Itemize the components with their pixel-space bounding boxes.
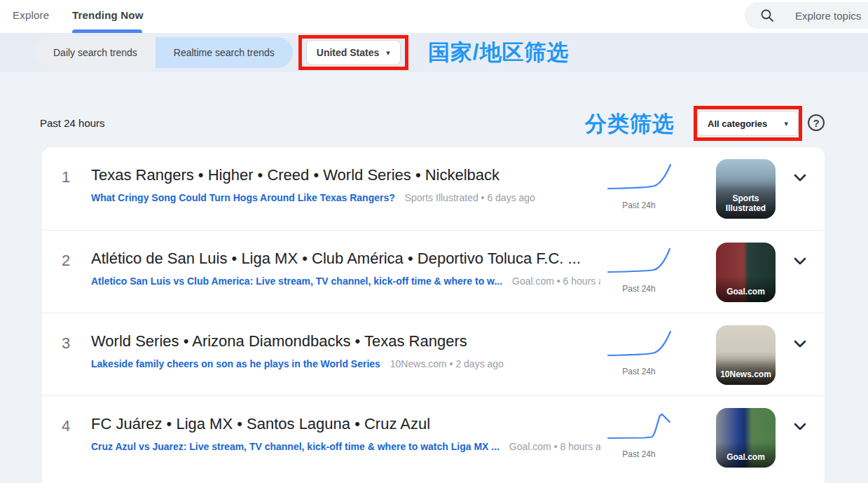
chevron-down-icon xyxy=(794,423,806,431)
search-input[interactable]: Explore topics xyxy=(745,2,868,29)
article-link[interactable]: Cruz Azul vs Juarez: Live stream, TV cha… xyxy=(91,441,500,452)
news-thumbnail[interactable]: Sports Illustrated xyxy=(716,159,776,219)
sparkline-chart xyxy=(606,410,673,444)
rank-number: 3 xyxy=(62,334,91,353)
sparkline-block: Past 24h xyxy=(600,245,677,294)
thumbnail-caption: Sports Illustrated xyxy=(716,183,776,219)
category-dropdown-value: All categories xyxy=(708,118,767,129)
rank-number: 2 xyxy=(62,252,91,270)
realtime-search-trends-toggle[interactable]: Realtime search trends xyxy=(156,37,293,68)
country-filter-annotation: 国家/地区筛选 xyxy=(428,38,570,67)
help-icon[interactable]: ? xyxy=(808,114,825,131)
trending-row-1[interactable]: 1 Texas Rangers • Higher • Creed • World… xyxy=(42,147,825,230)
news-thumbnail[interactable]: 10News.com xyxy=(716,325,776,385)
article-source: 10News.com • 2 days ago xyxy=(390,358,504,369)
sparkline-chart xyxy=(606,161,673,195)
article-link[interactable]: What Cringy Song Could Turn Hogs Around … xyxy=(91,192,395,203)
main-content: Past 24 hours 分类筛选 All categories ▾ ? 1 … xyxy=(0,72,868,483)
article-link[interactable]: Lakeside family cheers on son as he play… xyxy=(91,358,380,369)
row-subline: Lakeside family cheers on son as he play… xyxy=(91,358,600,369)
article-link[interactable]: Atletico San Luis vs Club America: Live … xyxy=(91,275,502,287)
rank-number: 4 xyxy=(62,417,91,435)
sparkline-chart xyxy=(606,327,673,361)
rank-number: 1 xyxy=(62,168,91,186)
news-thumbnail[interactable]: Goal.com xyxy=(716,408,776,468)
search-placeholder: Explore topics xyxy=(795,10,861,22)
expand-row-button[interactable] xyxy=(776,174,825,182)
expand-row-button[interactable] xyxy=(776,423,825,431)
row-text: Texas Rangers • Higher • Creed • World S… xyxy=(91,166,600,203)
daily-search-trends-toggle[interactable]: Daily search trends xyxy=(35,37,156,68)
category-filter-annotation-box: All categories ▾ xyxy=(694,106,802,141)
top-header: Explore Trending Now Explore topics xyxy=(0,0,868,33)
trending-row-4[interactable]: 4 FC Juárez • Liga MX • Santos Laguna • … xyxy=(42,395,825,478)
country-dropdown[interactable]: United States ▾ xyxy=(306,40,401,65)
search-icon xyxy=(760,8,774,22)
country-filter-annotation-box: United States ▾ xyxy=(298,35,408,70)
chevron-down-icon xyxy=(794,174,806,182)
sparkline-label: Past 24h xyxy=(600,367,677,376)
trend-type-toggle: Daily search trends Realtime search tren… xyxy=(35,37,293,68)
trending-row-2[interactable]: 2 Atlético de San Luis • Liga MX • Club … xyxy=(42,230,825,313)
row-text: Atlético de San Luis • Liga MX • Club Am… xyxy=(91,250,600,287)
sparkline-label: Past 24h xyxy=(600,200,677,210)
sparkline-block: Past 24h xyxy=(600,161,677,210)
expand-row-button[interactable] xyxy=(776,340,825,348)
sparkline-block: Past 24h xyxy=(600,410,677,459)
sparkline-label: Past 24h xyxy=(600,449,677,459)
caret-down-icon: ▾ xyxy=(784,119,788,128)
tab-trending-now[interactable]: Trending Now xyxy=(72,9,144,21)
caret-down-icon: ▾ xyxy=(386,48,390,57)
expand-row-button[interactable] xyxy=(776,257,825,266)
category-filter-annotation: 分类筛选 xyxy=(585,109,675,139)
time-range-label: Past 24 hours xyxy=(40,117,105,129)
row-text: World Series • Arizona Diamondbacks • Te… xyxy=(91,332,600,369)
article-source: Goal.com • 6 hours ago xyxy=(512,275,600,287)
trends-subnav: Daily search trends Realtime search tren… xyxy=(0,33,868,72)
sparkline-label: Past 24h xyxy=(600,284,677,294)
thumbnail-caption: Goal.com xyxy=(716,276,776,302)
row-subline: What Cringy Song Could Turn Hogs Around … xyxy=(91,192,600,203)
trend-title[interactable]: World Series • Arizona Diamondbacks • Te… xyxy=(91,332,600,351)
thumbnail-caption: Goal.com xyxy=(716,442,776,468)
article-source: Goal.com • 8 hours ago xyxy=(509,441,600,452)
row-subline: Cruz Azul vs Juarez: Live stream, TV cha… xyxy=(91,441,600,452)
trend-title[interactable]: Texas Rangers • Higher • Creed • World S… xyxy=(91,166,600,184)
category-dropdown[interactable]: All categories ▾ xyxy=(697,111,799,136)
chevron-down-icon xyxy=(794,257,806,266)
trending-list-card: 1 Texas Rangers • Higher • Creed • World… xyxy=(42,147,825,483)
sparkline-chart xyxy=(606,245,673,278)
trending-row-3[interactable]: 3 World Series • Arizona Diamondbacks • … xyxy=(42,313,825,395)
trend-title[interactable]: FC Juárez • Liga MX • Santos Laguna • Cr… xyxy=(91,415,600,433)
news-thumbnail[interactable]: Goal.com xyxy=(716,243,776,302)
sparkline-block: Past 24h xyxy=(600,327,677,376)
country-dropdown-value: United States xyxy=(317,47,379,58)
thumbnail-caption: 10News.com xyxy=(716,359,776,385)
trend-title[interactable]: Atlético de San Luis • Liga MX • Club Am… xyxy=(91,250,600,268)
article-source: Sports Illustrated • 6 days ago xyxy=(405,192,535,203)
row-subline: Atletico San Luis vs Club America: Live … xyxy=(91,275,600,287)
chevron-down-icon xyxy=(794,340,806,348)
tab-explore[interactable]: Explore xyxy=(13,9,49,21)
row-text: FC Juárez • Liga MX • Santos Laguna • Cr… xyxy=(91,415,600,452)
